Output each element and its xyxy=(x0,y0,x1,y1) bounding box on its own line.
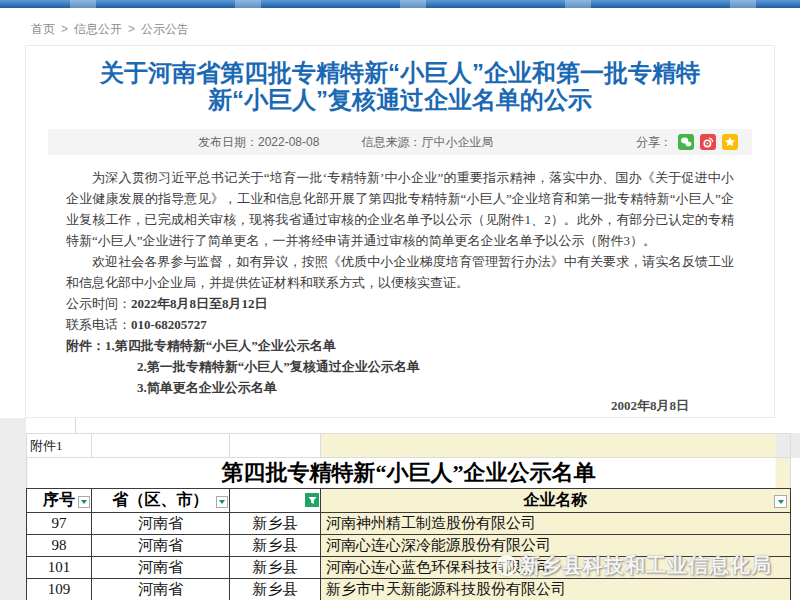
breadcrumb-item-current: 公示公告 xyxy=(141,22,189,36)
publish-date-value: 2022-08-08 xyxy=(258,135,319,149)
breadcrumb-item-home[interactable]: 首页 xyxy=(31,22,55,36)
info-source: 信息来源：厅中小企业局 xyxy=(361,134,493,151)
attachment-item-2: 2.第一批专精特新“小巨人”复核通过企业公示名单 xyxy=(137,359,420,374)
table-row: 97 河南省 新乡县 河南神州精工制造股份有限公司 xyxy=(27,513,791,535)
attachment-item-1: 1.第四批专精特新“小巨人”企业公示名单 xyxy=(105,338,336,353)
county-cell: 新乡县 xyxy=(230,535,321,557)
company-cell: 河南心连心蓝色环保科技有限公司 xyxy=(321,557,791,579)
column-header-county xyxy=(230,489,321,513)
sheet-left-gutter xyxy=(0,418,26,600)
paragraph: 为深入贯彻习近平总书记关于“培育一批‘专精特新’中小企业”的重要指示精神，落实中… xyxy=(66,167,734,251)
article-panel: 关于河南省第四批专精特新“小巨人”企业和第一批专精特 新“小巨人”复核通过企业名… xyxy=(25,45,775,418)
attachments-line: 3.简单更名企业公示名单 xyxy=(66,377,734,398)
sheet-corner-cell: 附件1 xyxy=(27,434,92,458)
filter-dropdown-icon xyxy=(216,496,228,508)
sheet-empty-cell xyxy=(92,434,230,458)
article-body: 为深入贯彻习近平总书记关于“培育一批‘专精特新’中小企业”的重要指示精神，落实中… xyxy=(26,155,774,414)
table-row: 101 河南省 新乡县 河南心连心蓝色环保科技有限公司 xyxy=(27,557,791,579)
publicity-time-line: 公示时间：2022年8月8日至8月12日 xyxy=(66,293,734,314)
paragraph: 欢迎社会各界参与监督，如有异议，按照《优质中小企业梯度培育管理暂行办法》中有关要… xyxy=(66,251,734,293)
company-cell: 新乡市中天新能源科技股份有限公司 xyxy=(321,579,791,600)
sheet-empty-cell xyxy=(230,434,321,458)
breadcrumb-separator: > xyxy=(128,22,135,36)
page-title: 关于河南省第四批专精特新“小巨人”企业和第一批专精特 新“小巨人”复核通过企业名… xyxy=(26,59,774,113)
serial-cell: 98 xyxy=(27,535,92,557)
serial-cell: 109 xyxy=(27,579,92,600)
attachments-line: 2.第一批专精特新“小巨人”复核通过企业公示名单 xyxy=(66,356,734,377)
table-row: 109 河南省 新乡县 新乡市中天新能源科技股份有限公司 xyxy=(27,579,791,600)
share-label: 分享： xyxy=(636,134,672,151)
breadcrumb: 首页>信息公开>公示公告 xyxy=(31,21,189,38)
page-title-line-1: 关于河南省第四批专精特新“小巨人”企业和第一批专精特 xyxy=(26,59,774,86)
serial-cell: 97 xyxy=(27,513,92,535)
share-group: 分享： xyxy=(636,134,738,151)
county-cell: 新乡县 xyxy=(230,557,321,579)
top-nav-bar xyxy=(0,0,800,8)
sheet-empty-cell xyxy=(321,434,791,458)
sheet-gridline xyxy=(75,418,76,433)
company-cell: 河南神州精工制造股份有限公司 xyxy=(321,513,791,535)
contact-phone-label: 联系电话： xyxy=(66,317,131,332)
page-title-line-2: 新“小巨人”复核通过企业名单的公示 xyxy=(26,86,774,113)
column-header-province: 省（区、市） xyxy=(92,489,230,513)
attachments-line: 附件：1.第四批专精特新“小巨人”企业公示名单 xyxy=(66,335,734,356)
attachment-sheet: 附件1 第四批专精特新“小巨人”企业公示名单 序号 省（区、市） 企业名称 xyxy=(0,418,800,600)
breadcrumb-item-info-disclosure[interactable]: 信息公开 xyxy=(74,22,122,36)
company-cell: 河南心连心深冷能源股份有限公司 xyxy=(321,535,791,557)
sheet-header-row: 序号 省（区、市） 企业名称 xyxy=(27,489,791,513)
publicity-time-value: 2022年8月8日至8月12日 xyxy=(131,296,268,311)
breadcrumb-separator: > xyxy=(61,22,68,36)
sheet-title: 第四批专精特新“小巨人”企业公示名单 xyxy=(27,458,791,489)
publicity-time-label: 公示时间： xyxy=(66,296,131,311)
province-cell: 河南省 xyxy=(92,557,230,579)
table-row: 98 河南省 新乡县 河南心连心深冷能源股份有限公司 xyxy=(27,535,791,557)
column-header-company: 企业名称 xyxy=(321,489,791,513)
sign-date: 2002年8月8日 xyxy=(66,398,734,414)
attachments-label: 附件： xyxy=(66,338,105,353)
column-header-serial: 序号 xyxy=(27,489,92,513)
sheet-corner-row: 附件1 xyxy=(27,434,791,458)
info-source-label: 信息来源： xyxy=(361,135,421,149)
province-cell: 河南省 xyxy=(92,579,230,600)
sheet-title-row: 第四批专精特新“小巨人”企业公示名单 xyxy=(27,458,791,489)
filter-dropdown-icon xyxy=(774,495,787,508)
serial-cell: 101 xyxy=(27,557,92,579)
filter-dropdown-icon xyxy=(78,496,90,508)
contact-phone-value: 010-68205727 xyxy=(131,317,207,332)
weibo-share-icon[interactable] xyxy=(700,134,716,150)
meta-bar: 发布日期：2022-08-08 信息来源：厅中小企业局 分享： xyxy=(48,129,752,155)
info-source-value: 厅中小企业局 xyxy=(421,135,493,149)
attachment-item-3: 3.简单更名企业公示名单 xyxy=(137,380,277,395)
sheet-table: 附件1 第四批专精特新“小巨人”企业公示名单 序号 省（区、市） 企业名称 xyxy=(26,433,791,600)
province-cell: 河南省 xyxy=(92,535,230,557)
publish-date-label: 发布日期： xyxy=(198,135,258,149)
county-cell: 新乡县 xyxy=(230,579,321,600)
contact-phone-line: 联系电话：010-68205727 xyxy=(66,314,734,335)
filter-active-icon xyxy=(305,493,319,507)
publish-date: 发布日期：2022-08-08 xyxy=(198,134,319,151)
wechat-share-icon[interactable] xyxy=(678,134,694,150)
qzone-star-share-icon[interactable] xyxy=(722,134,738,150)
county-cell: 新乡县 xyxy=(230,513,321,535)
province-cell: 河南省 xyxy=(92,513,230,535)
